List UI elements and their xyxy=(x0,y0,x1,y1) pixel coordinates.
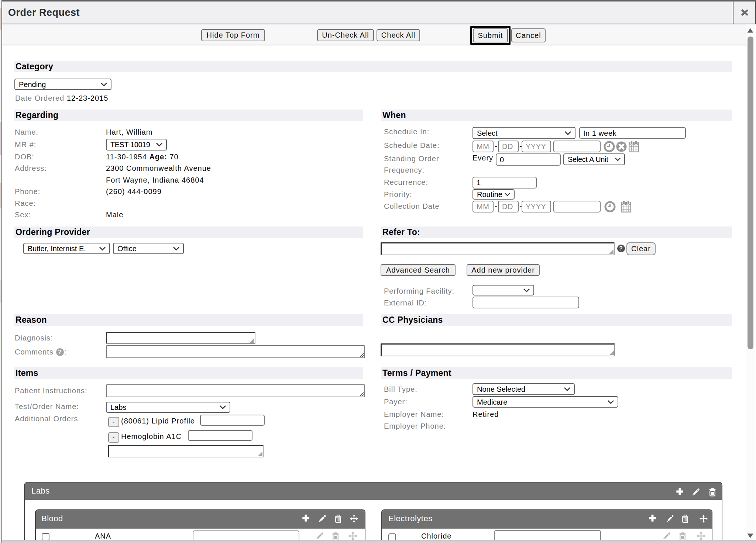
svg-text:?: ? xyxy=(619,245,623,252)
svg-text:?: ? xyxy=(58,349,62,355)
